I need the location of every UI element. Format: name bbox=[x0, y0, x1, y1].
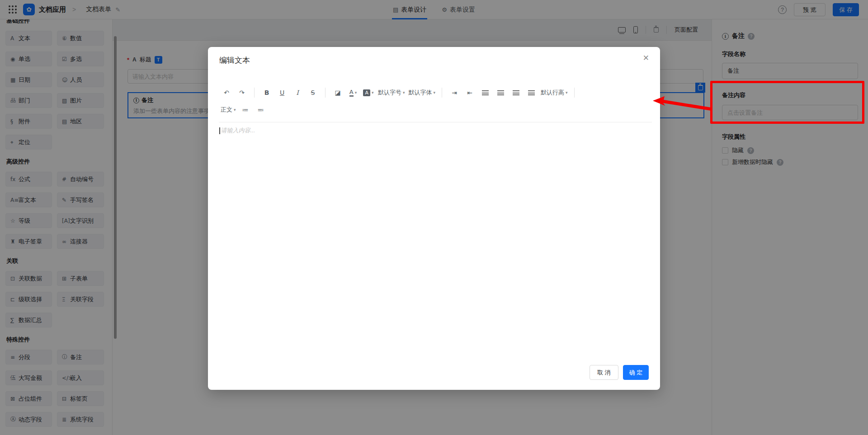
toolbar-separator bbox=[254, 88, 255, 98]
close-icon[interactable]: ✕ bbox=[643, 53, 649, 62]
caret-down-icon: ▾ bbox=[372, 90, 374, 95]
ordered-list-button[interactable]: ≕ bbox=[255, 103, 267, 117]
align-center-icon bbox=[497, 90, 504, 95]
outdent-button[interactable]: ⇤ bbox=[464, 86, 476, 99]
confirm-button[interactable]: 确 定 bbox=[623, 365, 649, 380]
cancel-button[interactable]: 取 消 bbox=[590, 365, 618, 380]
undo-icon: ↶ bbox=[224, 89, 229, 96]
undo-button[interactable]: ↶ bbox=[221, 86, 232, 99]
font-family-dropdown[interactable]: 默认字体▾ bbox=[409, 86, 436, 99]
font-color-icon: A bbox=[349, 89, 354, 97]
italic-icon: I bbox=[296, 89, 299, 96]
modal-title: 编辑文本 bbox=[219, 55, 250, 65]
bullet-list-icon: ≔ bbox=[242, 107, 249, 113]
editor-placeholder: 请输入内容... bbox=[221, 126, 255, 135]
indent-icon: ⇥ bbox=[452, 89, 457, 96]
toolbar-separator bbox=[442, 88, 442, 98]
font-color-dropdown[interactable]: A▾ bbox=[347, 86, 359, 99]
clear-format-icon: ◪ bbox=[335, 89, 340, 96]
highlight-color-icon: A bbox=[363, 89, 370, 96]
edit-text-modal: 编辑文本 ✕ ↶↷BUIS◪A▾A▾默认字号▾默认字体▾⇥⇤默认行高▾正文▾≔≕… bbox=[208, 47, 660, 390]
indent-button[interactable]: ⇥ bbox=[448, 86, 460, 99]
redo-button[interactable]: ↷ bbox=[236, 86, 248, 99]
caret-down-icon: ▾ bbox=[234, 108, 236, 112]
align-center-button[interactable] bbox=[495, 86, 506, 99]
align-justify-button[interactable] bbox=[525, 86, 537, 99]
bold-icon: B bbox=[264, 89, 269, 96]
ordered-list-icon: ≕ bbox=[258, 107, 264, 113]
italic-button[interactable]: I bbox=[292, 86, 303, 99]
toolbar-separator bbox=[325, 88, 326, 98]
align-left-icon bbox=[482, 90, 489, 95]
highlight-color-dropdown[interactable]: A▾ bbox=[363, 86, 374, 99]
toolbar-separator bbox=[574, 88, 575, 98]
align-justify-icon bbox=[528, 90, 535, 95]
rich-text-editor[interactable]: 请输入内容... bbox=[219, 126, 255, 135]
caret-down-icon: ▾ bbox=[434, 90, 436, 95]
underline-button[interactable]: U bbox=[276, 86, 288, 99]
underline-icon: U bbox=[280, 89, 284, 96]
caret-down-icon: ▾ bbox=[566, 90, 568, 95]
align-right-button[interactable] bbox=[510, 86, 522, 99]
redo-icon: ↷ bbox=[239, 89, 245, 96]
clear-format-button[interactable]: ◪ bbox=[332, 86, 344, 99]
editor-toolbar: ↶↷BUIS◪A▾A▾默认字号▾默认字体▾⇥⇤默认行高▾正文▾≔≕ bbox=[219, 84, 652, 122]
align-left-button[interactable] bbox=[479, 86, 491, 99]
paragraph-style-dropdown[interactable]: 正文▾ bbox=[221, 103, 236, 117]
bullet-list-button[interactable]: ≔ bbox=[240, 103, 251, 117]
strikethrough-icon: S bbox=[311, 89, 315, 96]
font-size-dropdown[interactable]: 默认字号▾ bbox=[378, 86, 405, 99]
outdent-icon: ⇤ bbox=[467, 89, 472, 96]
caret-down-icon: ▾ bbox=[403, 90, 405, 95]
caret-down-icon: ▾ bbox=[355, 90, 357, 95]
strikethrough-button[interactable]: S bbox=[307, 86, 319, 99]
text-cursor bbox=[219, 127, 220, 134]
align-right-icon bbox=[513, 90, 519, 95]
bold-button[interactable]: B bbox=[261, 86, 273, 99]
line-height-dropdown[interactable]: 默认行高▾ bbox=[541, 86, 568, 99]
